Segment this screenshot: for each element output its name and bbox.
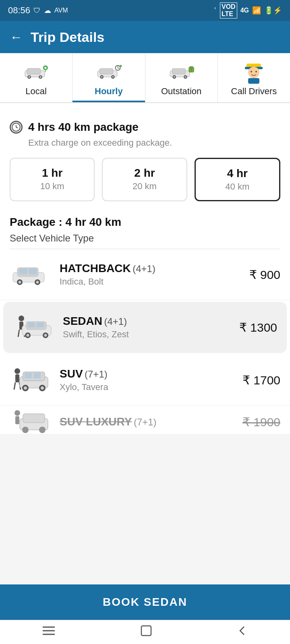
suv-luxury-image bbox=[10, 408, 50, 434]
svg-rect-10 bbox=[99, 68, 113, 74]
vehicle-item-suv-luxury[interactable]: SUV LUXURY (7+1) ₹ 1900 bbox=[0, 406, 290, 434]
selected-package-label: Package : 4 hr 40 km bbox=[10, 216, 280, 229]
vehicle-list: HATCHBACK (4+1) Indica, Bolt ₹ 900 bbox=[0, 249, 290, 434]
main-content: 4 hrs 40 km package Extra charge on exce… bbox=[0, 103, 290, 249]
svg-point-70 bbox=[14, 410, 20, 416]
header: ← Trip Details bbox=[0, 21, 290, 53]
svg-rect-52 bbox=[28, 322, 35, 327]
suv-luxury-name: SUV LUXURY (7+1) bbox=[60, 415, 242, 428]
signal-icon: 📶 bbox=[252, 6, 261, 15]
svg-rect-73 bbox=[23, 414, 45, 423]
package-subtext: Extra charge on exceeding package. bbox=[28, 138, 280, 148]
clock-icon bbox=[10, 121, 23, 134]
hatchback-info: HATCHBACK (4+1) Indica, Bolt bbox=[60, 262, 249, 287]
svg-line-60 bbox=[14, 382, 15, 390]
svg-point-3 bbox=[28, 76, 30, 78]
pkg-btn-main-1: 1 hr bbox=[14, 167, 90, 180]
tab-local-label: Local bbox=[25, 86, 47, 97]
local-tab-icon bbox=[18, 60, 54, 84]
suv-image bbox=[10, 366, 50, 394]
package-option-4hr[interactable]: 4 hr 40 km bbox=[195, 158, 280, 201]
svg-rect-71 bbox=[15, 416, 19, 424]
tab-hourly-label: Hourly bbox=[95, 86, 123, 97]
pkg-btn-main-3: 4 hr bbox=[200, 167, 275, 180]
suv-name: SUV (7+1) bbox=[60, 367, 242, 380]
status-left: 08:56 🛡 ☁ AVM bbox=[8, 5, 68, 16]
shield-icon: 🛡 bbox=[33, 6, 41, 15]
vehicle-item-hatchback[interactable]: HATCHBACK (4+1) Indica, Bolt ₹ 900 bbox=[0, 249, 290, 300]
svg-point-57 bbox=[44, 334, 47, 337]
package-option-2hr[interactable]: 2 hr 20 km bbox=[102, 158, 187, 201]
hatchback-models: Indica, Bolt bbox=[60, 277, 249, 287]
page-title: Trip Details bbox=[31, 29, 104, 45]
status-time: 08:56 bbox=[8, 5, 30, 16]
svg-point-46 bbox=[19, 316, 24, 321]
bottom-nav bbox=[0, 620, 290, 644]
svg-rect-1 bbox=[27, 68, 40, 74]
svg-point-14 bbox=[112, 76, 114, 78]
svg-point-18 bbox=[119, 64, 122, 68]
book-sedan-button[interactable]: BOOK SEDAN bbox=[0, 584, 290, 620]
svg-line-37 bbox=[16, 127, 18, 128]
svg-point-43 bbox=[18, 281, 21, 284]
svg-rect-64 bbox=[25, 373, 32, 378]
svg-rect-65 bbox=[33, 373, 41, 378]
svg-point-24 bbox=[184, 76, 186, 78]
svg-point-55 bbox=[26, 334, 29, 337]
package-title: 4 hrs 40 km package bbox=[28, 121, 139, 134]
svg-point-32 bbox=[251, 71, 252, 72]
sedan-name: SEDAN (4+1) bbox=[63, 315, 239, 328]
svg-point-33 bbox=[255, 71, 257, 72]
svg-point-45 bbox=[36, 281, 39, 284]
tab-local[interactable]: Local bbox=[0, 53, 72, 102]
tab-outstation-label: Outstation bbox=[161, 86, 201, 97]
hatchback-image bbox=[10, 260, 50, 289]
pkg-btn-sub-2: 20 km bbox=[107, 181, 182, 192]
package-option-1hr[interactable]: 1 hr 10 km bbox=[10, 158, 95, 201]
svg-rect-34 bbox=[248, 78, 259, 84]
back-button[interactable]: ← bbox=[10, 30, 23, 45]
hourly-tab-icon bbox=[91, 60, 127, 84]
svg-rect-20 bbox=[172, 68, 186, 74]
tab-call-drivers-label: Call Drivers bbox=[231, 86, 277, 97]
svg-rect-41 bbox=[29, 268, 37, 274]
sedan-models: Swift, Etios, Zest bbox=[63, 329, 239, 340]
svg-point-31 bbox=[248, 67, 259, 78]
select-vehicle-label: Select Vehicle Type bbox=[10, 233, 280, 244]
svg-rect-40 bbox=[19, 268, 27, 274]
suv-price: ₹ 1700 bbox=[242, 373, 280, 387]
svg-line-48 bbox=[18, 330, 19, 337]
tab-outstation[interactable]: Outstation bbox=[145, 53, 218, 102]
package-options: 1 hr 10 km 2 hr 20 km 4 hr 40 km bbox=[10, 158, 280, 201]
pkg-btn-sub-3: 40 km bbox=[200, 182, 275, 192]
hatchback-price: ₹ 900 bbox=[249, 268, 280, 282]
pkg-btn-main-2: 2 hr bbox=[107, 167, 182, 180]
suv-luxury-info: SUV LUXURY (7+1) bbox=[60, 415, 242, 428]
svg-point-5 bbox=[39, 76, 41, 78]
home-icon[interactable] bbox=[140, 624, 153, 640]
vehicle-item-sedan[interactable]: SEDAN (4+1) Swift, Etios, Zest ₹ 1300 bbox=[3, 302, 287, 353]
tab-hourly[interactable]: Hourly bbox=[72, 53, 145, 102]
status-right: ʿ️ VODLTE 4G 📶 🔋⚡ bbox=[214, 2, 282, 19]
call-drivers-tab-icon bbox=[236, 60, 272, 84]
svg-rect-53 bbox=[37, 322, 44, 327]
menu-icon[interactable] bbox=[42, 625, 56, 639]
avm-label: AVM bbox=[54, 7, 68, 14]
package-info: 4 hrs 40 km package bbox=[10, 121, 280, 134]
svg-point-69 bbox=[41, 386, 44, 390]
svg-point-7 bbox=[44, 67, 46, 69]
svg-rect-59 bbox=[15, 374, 19, 382]
network-icon: VODLTE bbox=[220, 2, 237, 19]
tab-call-drivers[interactable]: Call Drivers bbox=[218, 53, 290, 102]
bluetooth-icon: ʿ️ bbox=[214, 6, 217, 15]
sedan-image bbox=[13, 313, 53, 341]
svg-line-17 bbox=[118, 68, 119, 69]
svg-point-75 bbox=[39, 427, 46, 433]
tabs-container: Local Hourly bbox=[0, 53, 290, 103]
sedan-price: ₹ 1300 bbox=[239, 320, 277, 334]
vehicle-item-suv[interactable]: SUV (7+1) Xylo, Tavera ₹ 1700 bbox=[0, 355, 290, 406]
svg-rect-79 bbox=[141, 626, 151, 636]
pkg-btn-sub-1: 10 km bbox=[14, 181, 90, 192]
battery-icon: 🔋⚡ bbox=[264, 6, 282, 15]
back-icon[interactable] bbox=[237, 625, 248, 639]
